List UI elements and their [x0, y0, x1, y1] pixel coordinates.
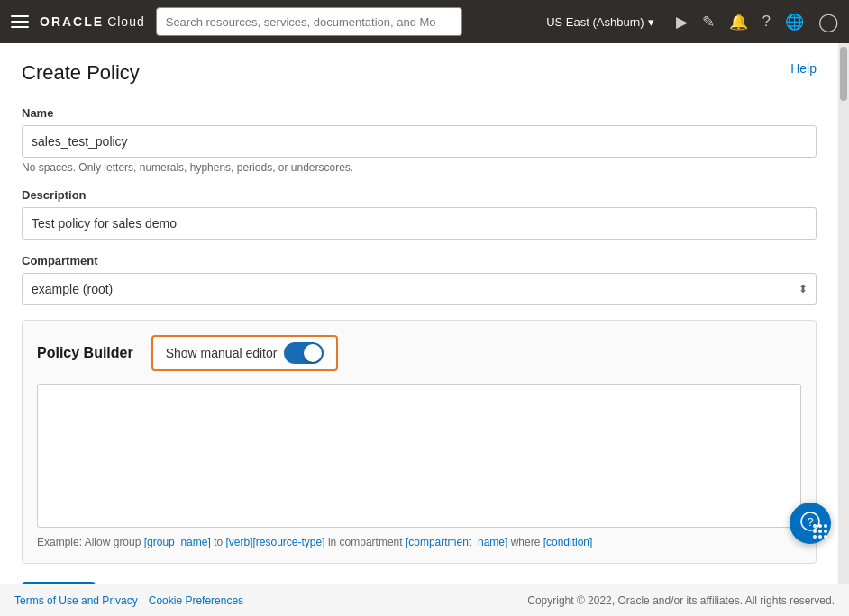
- region-selector[interactable]: US East (Ashburn) ▾: [546, 15, 653, 29]
- policy-example: Example: Allow group [group_name] to [ve…: [37, 536, 801, 548]
- notification-icon[interactable]: 🔔: [729, 13, 748, 32]
- cloud-text: Cloud: [107, 14, 145, 29]
- name-hint: No spaces. Only letters, numerals, hyphe…: [22, 161, 817, 174]
- name-label: Name: [22, 106, 817, 120]
- help-dot: [824, 524, 827, 528]
- oracle-logo: ORACLE Cloud: [40, 14, 145, 29]
- description-label: Description: [22, 188, 817, 202]
- cookie-link[interactable]: Cookie Preferences: [149, 594, 243, 607]
- help-dots-grid: [813, 524, 826, 539]
- scrollbar-thumb[interactable]: [840, 47, 847, 101]
- show-manual-editor-toggle-container: Show manual editor: [151, 335, 339, 371]
- nav-search-input[interactable]: [156, 7, 462, 36]
- description-form-group: Description: [22, 188, 817, 240]
- policy-builder-title: Policy Builder: [37, 345, 133, 361]
- help-widget-button[interactable]: ?: [790, 503, 831, 544]
- help-dot: [818, 530, 822, 533]
- oracle-text: ORACLE: [40, 14, 104, 29]
- help-dot: [813, 535, 817, 539]
- copyright-text: Copyright © 2022, Oracle and/or its affi…: [527, 594, 835, 607]
- content-area: Create Policy Help Name No spaces. Only …: [0, 43, 838, 584]
- help-dot: [824, 530, 827, 533]
- svg-rect-2: [11, 26, 29, 28]
- footer: Terms of Use and Privacy Cookie Preferen…: [0, 584, 849, 616]
- terms-link[interactable]: Terms of Use and Privacy: [14, 594, 138, 607]
- help-dot: [818, 524, 822, 528]
- compartment-select[interactable]: example (root): [22, 273, 817, 305]
- toggle-thumb: [304, 344, 322, 362]
- compartment-select-wrapper: example (root) ⬍: [22, 273, 817, 305]
- name-input[interactable]: [22, 125, 817, 158]
- help-icon[interactable]: ?: [762, 13, 771, 31]
- help-dot: [824, 535, 827, 539]
- toggle-track: [284, 342, 324, 364]
- toggle-label: Show manual editor: [166, 346, 278, 360]
- action-bar: Create Cancel Create Another Policy: [22, 582, 817, 584]
- example-resource-type: [resource-type]: [253, 536, 325, 548]
- footer-links: Terms of Use and Privacy Cookie Preferen…: [14, 594, 243, 607]
- scrollbar-track[interactable]: [838, 43, 849, 584]
- create-button[interactable]: Create: [22, 582, 96, 584]
- example-compartment-name: [compartment_name]: [406, 536, 507, 548]
- example-text-to: to: [211, 536, 226, 548]
- example-text-where: where: [507, 536, 543, 548]
- policy-builder-header: Policy Builder Show manual editor: [37, 335, 801, 371]
- help-link[interactable]: Help: [790, 61, 817, 76]
- compartment-form-group: Compartment example (root) ⬍: [22, 254, 817, 305]
- svg-rect-1: [11, 21, 29, 23]
- main-content: Create Policy Help Name No spaces. Only …: [0, 43, 849, 584]
- description-input[interactable]: [22, 207, 817, 240]
- edit-icon[interactable]: ✎: [702, 13, 715, 32]
- top-navigation: ORACLE Cloud US East (Ashburn) ▾ ▶ ✎ 🔔 ?…: [0, 0, 849, 43]
- page-title: Create Policy: [22, 61, 140, 85]
- language-icon[interactable]: 🌐: [785, 13, 804, 32]
- example-verb: [verb]: [225, 536, 252, 548]
- help-dot: [813, 524, 817, 528]
- nav-icons-group: ▶ ✎ 🔔 ? 🌐 ◯: [676, 11, 838, 32]
- region-label: US East (Ashburn): [546, 15, 644, 29]
- compartment-label: Compartment: [22, 254, 817, 267]
- example-text-before: Example: Allow group: [37, 536, 144, 548]
- terminal-icon[interactable]: ▶: [676, 13, 688, 32]
- name-form-group: Name No spaces. Only letters, numerals, …: [22, 106, 817, 174]
- help-dot: [813, 530, 817, 533]
- profile-icon[interactable]: ◯: [818, 11, 838, 32]
- example-condition: [condition]: [543, 536, 593, 548]
- policy-builder-section: Policy Builder Show manual editor Exampl…: [22, 320, 817, 564]
- example-group-name: [group_name]: [144, 536, 211, 548]
- manual-editor-toggle[interactable]: [284, 342, 324, 364]
- policy-textarea[interactable]: [37, 384, 801, 528]
- hamburger-menu[interactable]: [11, 13, 29, 31]
- page-header: Create Policy Help: [22, 61, 817, 85]
- region-chevron-icon: ▾: [648, 15, 654, 29]
- svg-rect-0: [11, 15, 29, 17]
- example-text-in: in compartment: [325, 536, 406, 548]
- help-dot: [818, 535, 822, 539]
